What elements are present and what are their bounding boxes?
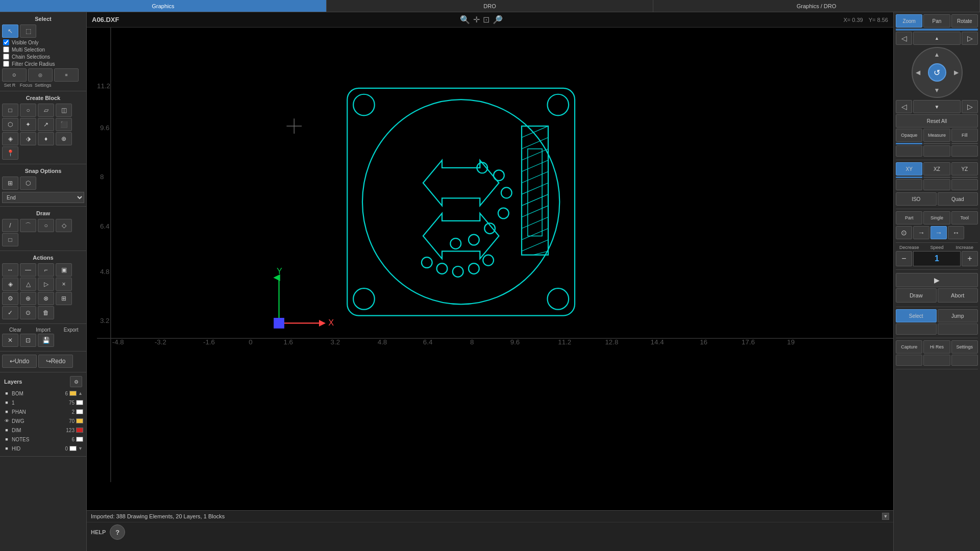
opaque-slider-btn[interactable] (896, 145, 922, 157)
cb-pin-btn[interactable]: 📍 (2, 146, 18, 160)
nav-right-bottom-btn[interactable]: ▷ (962, 100, 978, 113)
nav-center-btn[interactable]: ↺ (928, 63, 946, 82)
multi-selection-checkbox[interactable] (3, 46, 9, 53)
act-gear-btn[interactable]: ⚙ (2, 292, 18, 305)
increase-btn[interactable]: + (962, 251, 978, 266)
act-hatch-btn[interactable]: ▣ (56, 263, 72, 277)
nav-down-btn[interactable]: ▼ (913, 100, 961, 113)
undo-btn[interactable]: ↩ Undo (2, 355, 37, 368)
fill-btn[interactable]: Fill (951, 129, 978, 142)
cb-diam-btn[interactable]: ⬗ (20, 132, 36, 145)
settings-btn2[interactable] (951, 355, 978, 366)
set-r-btn[interactable]: ⊙ (2, 68, 27, 82)
draw-action-btn[interactable]: Draw (896, 288, 937, 303)
act-mirror-btn[interactable]: ↔ (2, 263, 18, 277)
layer-row-dwg[interactable]: 👁 DWG 70 (2, 416, 84, 425)
settings-btn[interactable]: ≡ (54, 68, 79, 82)
snap-dropdown[interactable]: End Mid Center Node (2, 192, 84, 203)
tab-graphics-dro[interactable]: Graphics / DRO (653, 0, 980, 12)
capture-settings-btn[interactable]: Settings (951, 340, 978, 354)
move-icon[interactable]: ✛ (473, 15, 480, 24)
hi-res-btn[interactable]: Hi Res (923, 340, 950, 354)
cb-extra-btn[interactable]: ⊕ (56, 132, 72, 145)
fill-slider-btn[interactable] (951, 145, 978, 157)
hires-btn2[interactable] (923, 355, 950, 366)
cb-hex-btn[interactable]: ⬡ (2, 118, 18, 131)
act-rotate-btn[interactable]: ◈ (2, 278, 18, 291)
snap-grid-btn[interactable]: ⊞ (2, 177, 18, 190)
single-icon-btn[interactable]: → (913, 226, 929, 239)
layer-row-dim[interactable]: ■ DIM 123 (2, 425, 84, 435)
xz-btn[interactable]: XZ (923, 162, 950, 176)
cb-block-btn[interactable]: ⬛ (56, 118, 72, 131)
single-icon-btn2[interactable]: → (930, 226, 947, 239)
visible-only-checkbox[interactable] (3, 39, 9, 45)
filter-circle-checkbox[interactable] (3, 61, 9, 67)
layer-scroll-bom[interactable]: ▲ (78, 391, 83, 396)
snap-magnet-btn[interactable]: ⬡ (20, 177, 36, 190)
act-trim-btn[interactable]: — (20, 263, 36, 277)
part-icon-btn[interactable]: ⊙ (896, 226, 912, 239)
cb-square-btn[interactable]: ◫ (56, 104, 72, 117)
tab-graphics[interactable]: Graphics (0, 0, 327, 12)
layer-row-bom[interactable]: ■ BOM 6 ▲ (2, 389, 84, 398)
opaque-btn[interactable]: Opaque (896, 129, 922, 142)
clear-btn[interactable]: ✕ (2, 334, 18, 347)
cb-cross-btn[interactable]: ◈ (2, 132, 18, 145)
layers-settings-btn[interactable]: ⚙ (70, 376, 82, 387)
act-chain-btn[interactable]: ⊗ (38, 292, 54, 305)
measure-slider-btn[interactable] (923, 145, 950, 157)
draw-arc-btn[interactable]: ⌒ (20, 219, 36, 232)
capture-btn[interactable]: Capture (896, 340, 922, 354)
chain-selections-checkbox[interactable] (3, 54, 9, 60)
jump-btn[interactable]: Jump (938, 309, 978, 322)
act-grid-btn[interactable]: ⊞ (56, 292, 72, 305)
tab-dro[interactable]: DRO (327, 0, 653, 12)
nav-left-bottom-btn[interactable]: ◁ (896, 100, 912, 113)
focus-btn[interactable]: ◎ (28, 68, 53, 82)
tool-icon-btn[interactable]: ↔ (948, 226, 964, 239)
decrease-btn[interactable]: − (896, 251, 912, 266)
nav-left-top-btn[interactable]: ◁ (896, 32, 912, 45)
reset-all-btn[interactable]: Reset All (896, 114, 978, 128)
draw-line-btn[interactable]: / (2, 219, 18, 232)
pan-btn[interactable]: Pan (923, 14, 950, 28)
layer-row-phan[interactable]: ■ PHAN 2 (2, 407, 84, 416)
collapse-status-btn[interactable]: ▼ (882, 513, 889, 520)
act-circle-btn[interactable]: ⊙ (20, 306, 36, 319)
select-arrow-btn[interactable]: ↖ (2, 24, 18, 38)
xz-btn2[interactable] (923, 179, 950, 190)
layer-scroll-hid[interactable]: ▼ (78, 446, 83, 451)
nav-up-btn[interactable]: ▲ (913, 32, 961, 45)
iso-btn[interactable]: ISO (896, 192, 937, 206)
tool-btn[interactable]: Tool (951, 211, 978, 224)
measure-btn[interactable]: Measure (923, 129, 950, 142)
cb-circ-btn[interactable]: ○ (20, 104, 36, 117)
fit-icon[interactable]: ⊡ (483, 15, 489, 24)
draw-rect-btn[interactable]: □ (2, 233, 18, 246)
yz-btn2[interactable] (951, 179, 978, 190)
act-chamfer-btn[interactable]: ⌐ (38, 263, 54, 277)
export-btn[interactable]: 💾 (38, 334, 54, 347)
select-rect-btn[interactable]: ⬚ (20, 24, 36, 38)
cb-point-btn[interactable]: ♦ (38, 132, 54, 145)
redo-btn[interactable]: ↪ Redo (38, 355, 73, 368)
nav-right-top-btn[interactable]: ▷ (962, 32, 978, 45)
act-trash-btn[interactable]: 🗑 (38, 306, 54, 319)
layer-row-notes[interactable]: ■ NOTES 6 (2, 435, 84, 444)
jump-btn2[interactable] (938, 323, 978, 335)
layer-row-1[interactable]: ■ 1 75 (2, 398, 84, 407)
cb-star-btn[interactable]: ✦ (20, 118, 36, 131)
dxf-drawing[interactable]: X Y -4.8 -3.2 -1.6 0 1.6 3.2 4.8 6.4 8 9… (97, 28, 893, 482)
part-btn[interactable]: Part (896, 211, 922, 224)
nav-circle[interactable]: ▲ ▼ ◀ ▶ ↺ (912, 47, 963, 98)
search-icon[interactable]: 🔍 (460, 15, 470, 24)
select-section-btn[interactable]: Select (896, 309, 937, 322)
xy-btn[interactable]: XY (896, 162, 922, 176)
layer-row-hid[interactable]: ■ HID 0 ▼ (2, 444, 84, 453)
zoom-btn[interactable]: Zoom (896, 14, 922, 28)
import-btn[interactable]: ⊡ (20, 334, 36, 347)
abort-btn[interactable]: Abort (938, 288, 978, 303)
act-del-btn[interactable]: × (56, 278, 72, 291)
help-button[interactable]: ? (110, 524, 125, 540)
